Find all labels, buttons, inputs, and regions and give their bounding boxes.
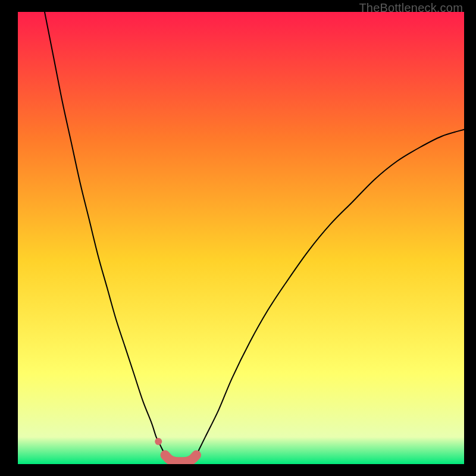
chart-frame: TheBottleneck.com: [0, 0, 476, 476]
marker-dot-left: [155, 438, 162, 445]
gradient-background: [18, 12, 464, 464]
watermark-text: TheBottleneck.com: [359, 1, 463, 15]
chart-plot-area: [18, 12, 464, 464]
chart-svg: [18, 12, 464, 464]
points-group: [155, 438, 162, 445]
